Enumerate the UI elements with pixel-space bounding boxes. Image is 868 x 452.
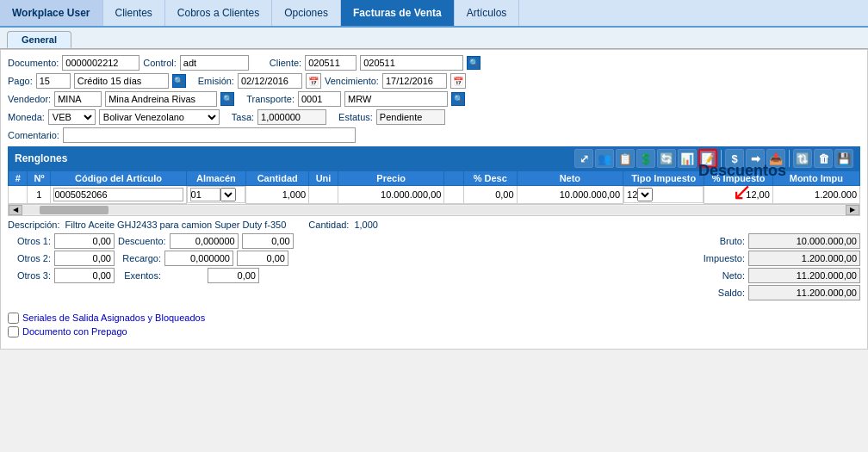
- tipo-impuesto-select[interactable]: [637, 188, 653, 201]
- nav-item-facturas[interactable]: Facturas de Venta: [341, 0, 455, 26]
- tool-separator2: [789, 150, 790, 167]
- table-header-row: # Nº Código del Artículo Almacén Cantida…: [9, 171, 860, 186]
- cell-precio[interactable]: 10.000.000,00: [338, 186, 444, 204]
- cliente-input2[interactable]: [360, 55, 463, 71]
- cliente-search-btn[interactable]: 🔍: [467, 56, 480, 70]
- credito-input[interactable]: [74, 73, 169, 89]
- bruto-input: [748, 233, 860, 249]
- description-row: Descripción: Filtro Aceite GHJ2433 para …: [8, 220, 860, 230]
- comentario-label: Comentario:: [8, 130, 59, 140]
- vencimiento-input[interactable]: [382, 73, 447, 89]
- descuento-total-input[interactable]: [242, 233, 294, 249]
- th-neto: Neto: [517, 171, 623, 186]
- transporte-input1[interactable]: [298, 91, 341, 107]
- vendedor-search-btn[interactable]: 🔍: [220, 92, 234, 106]
- scroll-right-btn[interactable]: ▶: [846, 205, 859, 215]
- tool-edit-icon[interactable]: 📝: [698, 149, 717, 168]
- pago-search-btn[interactable]: 🔍: [172, 74, 186, 88]
- estatus-label: Estatus:: [338, 112, 373, 122]
- tool-arrow-icon[interactable]: ➡: [746, 149, 765, 168]
- nav-item-cobros[interactable]: Cobros a Clientes: [165, 0, 272, 26]
- scroll-left-btn[interactable]: ◀: [9, 205, 22, 215]
- nav-item-workplace[interactable]: Workplace User: [0, 0, 103, 26]
- pago-label: Pago:: [8, 76, 33, 86]
- cliente-input1[interactable]: [305, 55, 356, 71]
- emision-label: Emisión:: [198, 76, 234, 86]
- tool-dollar-icon[interactable]: 💲: [636, 149, 655, 168]
- tool-copy-icon[interactable]: 📋: [616, 149, 635, 168]
- moneda-label: Moneda:: [8, 112, 45, 122]
- tool-save-icon[interactable]: 💾: [834, 149, 853, 168]
- documento-input[interactable]: [62, 55, 140, 71]
- otros1-row: Otros 1: Descuento:: [8, 233, 294, 249]
- moneda-select[interactable]: VEB: [48, 109, 96, 125]
- emision-cal-btn[interactable]: 📅: [306, 73, 321, 89]
- documento-label: Documento:: [8, 58, 59, 68]
- cell-tipo-impuesto[interactable]: 12: [623, 186, 704, 203]
- cantidad-value: 1,000: [354, 220, 378, 230]
- cell-empty: [444, 186, 463, 204]
- vencimiento-cal-btn[interactable]: 📅: [450, 73, 466, 89]
- prepago-checkbox[interactable]: [8, 326, 19, 337]
- recargo-label: Recargo:: [118, 253, 161, 263]
- nav-item-opciones[interactable]: Opciones: [272, 0, 341, 26]
- transporte-input2[interactable]: [344, 91, 448, 107]
- tool-users-icon[interactable]: 👥: [595, 149, 614, 168]
- hscrollbar-thumb[interactable]: [40, 206, 108, 214]
- moneda-desc-select[interactable]: Bolivar Venezolano: [99, 109, 220, 125]
- th-precio: Precio: [338, 171, 444, 186]
- tool-refresh2-icon[interactable]: 🔄: [657, 149, 676, 168]
- recargo-total-input[interactable]: [237, 251, 288, 266]
- cliente-label: Cliente:: [270, 58, 301, 68]
- nav-item-articulos[interactable]: Artículos: [455, 0, 520, 26]
- seriales-checkbox[interactable]: [8, 313, 19, 324]
- emision-input[interactable]: [238, 73, 302, 89]
- nav-item-clientes[interactable]: Clientes: [103, 0, 165, 26]
- exentos-input[interactable]: [208, 268, 259, 283]
- tasa-label: Tasa:: [232, 112, 254, 122]
- recargo-input[interactable]: [164, 251, 233, 266]
- cell-cantidad[interactable]: 1,000: [246, 186, 309, 204]
- transporte-search-btn[interactable]: 🔍: [451, 92, 465, 106]
- tool-sync-icon[interactable]: 🔃: [793, 149, 812, 168]
- tool-delete-icon[interactable]: 🗑: [814, 149, 833, 168]
- tab-general[interactable]: General: [7, 31, 71, 48]
- otros1-input[interactable]: [54, 233, 115, 249]
- tool-price-icon[interactable]: $: [725, 149, 744, 168]
- prepago-label: Documento con Prepago: [22, 326, 127, 337]
- vendedor-input1[interactable]: [54, 91, 102, 107]
- comentario-input[interactable]: [63, 127, 356, 143]
- otros3-row: Otros 3: Exentos:: [8, 268, 294, 283]
- exentos-label: Exentos:: [118, 270, 161, 281]
- table-scroll[interactable]: # Nº Código del Artículo Almacén Cantida…: [8, 170, 860, 204]
- vendedor-input2[interactable]: [105, 91, 217, 107]
- hscrollbar-track[interactable]: [22, 206, 846, 214]
- otros2-label: Otros 2:: [8, 253, 51, 263]
- tool-chart-icon[interactable]: 📊: [678, 149, 697, 168]
- tool-expand-icon[interactable]: ⤢: [574, 149, 593, 168]
- almacen-input[interactable]: [190, 188, 220, 201]
- cell-almacen[interactable]: [187, 186, 246, 203]
- th-rownum: #: [9, 171, 28, 186]
- almacen-select[interactable]: [220, 188, 236, 201]
- codigo-input[interactable]: [53, 188, 183, 201]
- tool-import-icon[interactable]: 📥: [766, 149, 785, 168]
- renglones-header: Renglones ⤢ 👥 📋 💲 🔄 📊 📝 $ ➡ 📥 🔃 🗑 💾: [8, 146, 860, 170]
- neto-label: Neto:: [702, 270, 745, 281]
- cell-uni: [309, 186, 338, 204]
- otros2-input[interactable]: [54, 251, 115, 266]
- table-row: 1 1 1,000 10.000.000,00 0,00 10.000.000,…: [9, 186, 860, 204]
- form-row-comentario: Comentario:: [8, 127, 860, 143]
- cantidad-label: Cantidad:: [308, 220, 349, 230]
- cell-codigo[interactable]: [51, 186, 186, 204]
- control-input[interactable]: [180, 55, 249, 71]
- form-row-moneda: Moneda: VEB Bolivar Venezolano Tasa: Est…: [8, 109, 860, 125]
- th-cantidad: Cantidad: [246, 171, 309, 186]
- descuento-input[interactable]: [170, 233, 239, 249]
- otros3-label: Otros 3:: [8, 270, 51, 281]
- otros3-input[interactable]: [54, 268, 115, 283]
- pago-input[interactable]: [36, 73, 71, 89]
- totals-left: Otros 1: Descuento: Otros 2: Recargo: Ot…: [8, 233, 294, 300]
- transporte-label: Transporte:: [246, 94, 294, 104]
- cell-desc[interactable]: 0,00: [463, 186, 517, 204]
